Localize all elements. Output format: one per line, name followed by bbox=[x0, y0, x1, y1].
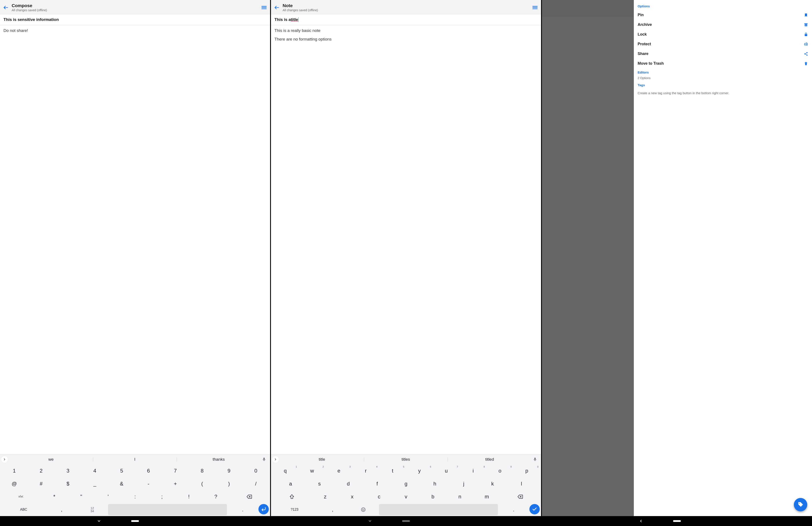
key-comma[interactable]: , bbox=[47, 504, 76, 515]
backspace-key[interactable] bbox=[230, 491, 269, 502]
key[interactable]: ' bbox=[95, 491, 121, 502]
key[interactable]: e3 bbox=[326, 465, 352, 477]
key[interactable]: _ bbox=[82, 478, 108, 489]
key[interactable]: s bbox=[305, 478, 334, 489]
back-arrow-icon[interactable] bbox=[274, 5, 279, 10]
key[interactable]: g bbox=[392, 478, 420, 489]
suggestion[interactable]: titles bbox=[364, 456, 448, 463]
key[interactable]: n bbox=[447, 491, 473, 502]
key[interactable]: 8 bbox=[189, 465, 215, 477]
key[interactable]: " bbox=[68, 491, 94, 502]
key[interactable]: q1 bbox=[272, 465, 298, 477]
key[interactable]: + bbox=[162, 478, 188, 489]
add-tag-fab[interactable] bbox=[794, 498, 807, 511]
emoji-key[interactable] bbox=[348, 504, 378, 515]
key[interactable]: * bbox=[41, 491, 67, 502]
key[interactable]: r4 bbox=[353, 465, 379, 477]
key[interactable]: ( bbox=[189, 478, 215, 489]
key[interactable]: 9 bbox=[216, 465, 242, 477]
back-arrow-icon[interactable] bbox=[3, 5, 9, 10]
key[interactable]: 0 bbox=[243, 465, 269, 477]
key[interactable]: 7 bbox=[162, 465, 188, 477]
note-body-field[interactable]: Do not share! bbox=[0, 25, 270, 454]
key[interactable]: d bbox=[334, 478, 362, 489]
key[interactable]: 6 bbox=[135, 465, 161, 477]
key[interactable]: k bbox=[478, 478, 507, 489]
nav-back-icon[interactable] bbox=[639, 519, 643, 523]
suggestion[interactable]: we bbox=[9, 456, 93, 463]
suggestion[interactable]: I bbox=[93, 456, 177, 463]
key[interactable]: 5 bbox=[109, 465, 135, 477]
expand-suggestions-icon[interactable] bbox=[272, 456, 279, 463]
key[interactable]: y6 bbox=[406, 465, 432, 477]
key-numlayout[interactable]: 1234 bbox=[77, 504, 107, 515]
key[interactable]: / bbox=[243, 478, 269, 489]
option-share[interactable]: Share bbox=[638, 49, 808, 59]
option-trash[interactable]: Move to Trash bbox=[638, 59, 808, 68]
key-symbols[interactable]: =\< bbox=[1, 491, 40, 502]
key[interactable]: v bbox=[393, 491, 419, 502]
nav-home-pill[interactable] bbox=[402, 520, 410, 522]
key-symbols[interactable]: ?123 bbox=[272, 504, 317, 515]
key[interactable]: - bbox=[135, 478, 161, 489]
key[interactable]: p0 bbox=[514, 465, 540, 477]
key[interactable]: 1 bbox=[1, 465, 27, 477]
key[interactable]: ? bbox=[203, 491, 229, 502]
suggestion[interactable]: thanks bbox=[177, 456, 261, 463]
done-key[interactable] bbox=[530, 504, 540, 514]
mic-icon[interactable] bbox=[533, 457, 540, 462]
key[interactable]: u7 bbox=[433, 465, 459, 477]
note-title-field[interactable]: This is sensitive information bbox=[0, 14, 270, 25]
key[interactable]: ) bbox=[216, 478, 242, 489]
key[interactable]: 2 bbox=[28, 465, 54, 477]
key[interactable]: w2 bbox=[299, 465, 325, 477]
enter-key[interactable] bbox=[259, 504, 269, 514]
expand-suggestions-icon[interactable] bbox=[1, 456, 8, 463]
option-lock[interactable]: Lock bbox=[638, 30, 808, 39]
key-comma[interactable]: , bbox=[318, 504, 348, 515]
key-period[interactable]: . bbox=[228, 504, 258, 515]
editors-subtext[interactable]: 2 Options bbox=[638, 76, 808, 82]
key[interactable]: a bbox=[277, 478, 305, 489]
key[interactable]: l bbox=[507, 478, 535, 489]
mic-icon[interactable] bbox=[262, 457, 269, 462]
key[interactable]: h bbox=[421, 478, 449, 489]
shift-key[interactable] bbox=[272, 491, 311, 502]
key[interactable]: m bbox=[474, 491, 500, 502]
key-period[interactable]: . bbox=[499, 504, 528, 515]
key[interactable]: & bbox=[109, 478, 135, 489]
nav-down-icon[interactable] bbox=[368, 519, 372, 523]
spacebar-key[interactable] bbox=[379, 504, 498, 515]
key[interactable]: t5 bbox=[380, 465, 406, 477]
key[interactable]: x bbox=[339, 491, 365, 502]
key[interactable]: $ bbox=[55, 478, 81, 489]
key[interactable]: b bbox=[420, 491, 446, 502]
key[interactable]: o9 bbox=[487, 465, 513, 477]
key[interactable]: c bbox=[366, 491, 392, 502]
key[interactable]: # bbox=[28, 478, 54, 489]
key[interactable]: f bbox=[363, 478, 391, 489]
key[interactable]: z bbox=[312, 491, 338, 502]
backspace-key[interactable] bbox=[501, 491, 540, 502]
note-body-field[interactable]: This is a really basic note There are no… bbox=[271, 25, 541, 454]
key[interactable]: @ bbox=[1, 478, 27, 489]
key[interactable]: j bbox=[450, 478, 478, 489]
note-title-field[interactable]: This is a title bbox=[271, 14, 541, 25]
key[interactable]: ; bbox=[149, 491, 175, 502]
suggestion[interactable]: titled bbox=[448, 456, 532, 463]
key-abc[interactable]: ABC bbox=[1, 504, 46, 515]
key[interactable]: : bbox=[122, 491, 148, 502]
nav-home-pill[interactable] bbox=[131, 520, 139, 522]
nav-down-icon[interactable] bbox=[97, 519, 101, 523]
key[interactable]: i8 bbox=[460, 465, 486, 477]
option-pin[interactable]: Pin bbox=[638, 10, 808, 20]
menu-icon[interactable] bbox=[532, 4, 538, 11]
menu-icon[interactable] bbox=[261, 4, 267, 11]
spacebar-key[interactable] bbox=[108, 504, 227, 515]
option-protect[interactable]: Protect bbox=[638, 39, 808, 49]
key[interactable]: 4 bbox=[82, 465, 108, 477]
key[interactable]: ! bbox=[176, 491, 202, 502]
nav-home-pill[interactable] bbox=[673, 520, 681, 522]
key[interactable]: 3 bbox=[55, 465, 81, 477]
suggestion[interactable]: title bbox=[280, 456, 364, 463]
